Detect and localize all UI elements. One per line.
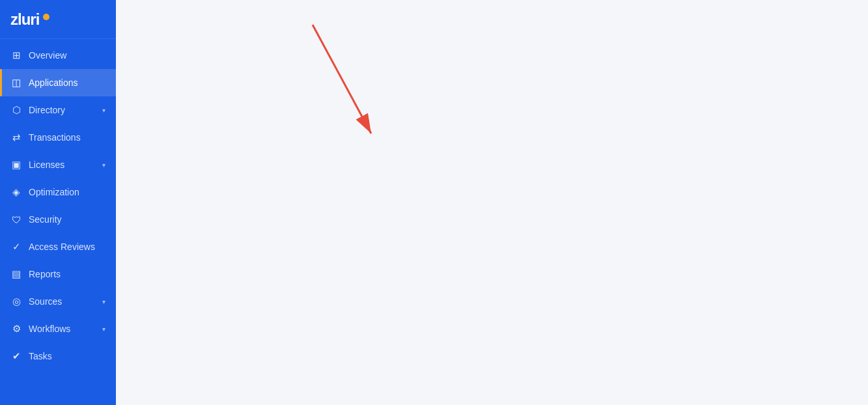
sidebar-item-licenses[interactable]: ▣ Licenses ▾ <box>0 151 116 178</box>
workflows-icon: ⚙ <box>10 323 22 335</box>
transactions-icon: ⇄ <box>10 132 22 143</box>
applications-icon: ◫ <box>10 77 22 89</box>
sidebar-item-reports[interactable]: ▤ Reports <box>0 260 116 288</box>
chevron-down-icon: ▾ <box>102 107 105 114</box>
chevron-down-icon: ▾ <box>102 298 105 305</box>
arrow-overlay <box>0 0 868 405</box>
logo: zluri <box>0 0 116 39</box>
sidebar-item-directory[interactable]: ⬡ Directory ▾ <box>0 96 116 124</box>
tasks-icon: ✔ <box>10 350 22 362</box>
sidebar-item-label: Workflows <box>29 324 70 334</box>
sidebar-item-overview[interactable]: ⊞ Overview <box>0 42 116 69</box>
sidebar-item-label: Access Reviews <box>29 242 95 252</box>
optimization-icon: ◈ <box>10 186 22 198</box>
sidebar: zluri ⊞ Overview ◫ Applications ⬡ Direct… <box>0 0 116 405</box>
sidebar-item-label: Reports <box>29 269 61 279</box>
sidebar-item-label: Licenses <box>29 160 64 170</box>
sidebar-item-label: Applications <box>29 77 78 88</box>
reports-icon: ▤ <box>10 268 22 280</box>
security-icon: 🛡 <box>10 214 22 225</box>
logo-dot <box>43 14 49 20</box>
sidebar-item-optimization[interactable]: ◈ Optimization <box>0 178 116 206</box>
sources-icon: ◎ <box>10 296 22 307</box>
sidebar-item-label: Sources <box>29 296 62 307</box>
sidebar-item-access-reviews[interactable]: ✓ Access Reviews <box>0 233 116 260</box>
sidebar-item-applications[interactable]: ◫ Applications <box>0 69 116 96</box>
svg-line-1 <box>313 25 371 133</box>
active-accent <box>0 69 2 96</box>
licenses-icon: ▣ <box>10 159 22 171</box>
chevron-down-icon: ▾ <box>102 326 105 333</box>
chevron-down-icon: ▾ <box>102 161 105 169</box>
sidebar-nav: ⊞ Overview ◫ Applications ⬡ Directory ▾ … <box>0 39 116 405</box>
logo-text: zluri <box>10 10 39 29</box>
directory-icon: ⬡ <box>10 104 22 116</box>
sidebar-item-label: Directory <box>29 105 65 115</box>
sidebar-item-tasks[interactable]: ✔ Tasks <box>0 342 116 370</box>
overview-icon: ⊞ <box>10 49 22 61</box>
sidebar-item-security[interactable]: 🛡 Security <box>0 206 116 233</box>
sidebar-item-label: Transactions <box>29 132 81 143</box>
sidebar-item-label: Optimization <box>29 187 79 197</box>
sidebar-item-label: Security <box>29 214 62 225</box>
sidebar-item-workflows[interactable]: ⚙ Workflows ▾ <box>0 315 116 342</box>
sidebar-item-label: Tasks <box>29 351 52 361</box>
sidebar-item-label: Overview <box>29 50 66 61</box>
sidebar-item-sources[interactable]: ◎ Sources ▾ <box>0 288 116 315</box>
sidebar-item-transactions[interactable]: ⇄ Transactions <box>0 124 116 151</box>
access-reviews-icon: ✓ <box>10 241 22 253</box>
